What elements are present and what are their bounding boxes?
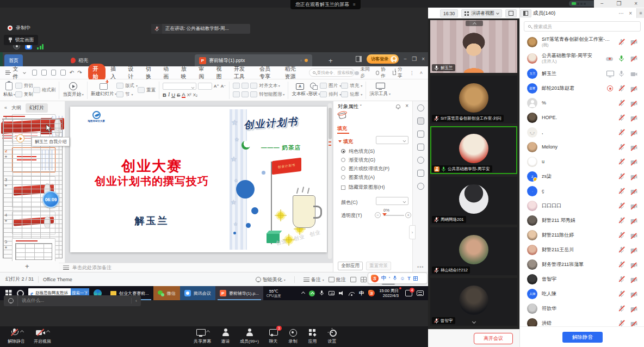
mic-icon[interactable]: [618, 320, 624, 326]
print-icon[interactable]: [51, 70, 57, 76]
camera-icon[interactable]: [630, 262, 637, 268]
more-icon[interactable]: •••: [417, 264, 424, 270]
fill-option-radio[interactable]: 渐变填充(G): [341, 156, 412, 164]
export-icon[interactable]: [41, 70, 47, 76]
unmute-button[interactable]: 解除静音: [562, 332, 603, 343]
fill-option-radio[interactable]: 图片或纹理填充(P): [341, 164, 412, 173]
view-mode-selector[interactable]: 演讲者视图: [461, 9, 502, 17]
member-row[interactable]: · ҫ: [520, 184, 644, 199]
sync-status[interactable]: 未同步: [355, 66, 370, 79]
toolbar-button[interactable]: 邀请: [220, 328, 231, 344]
member-row[interactable]: 曾智宇: [520, 272, 644, 287]
to-smart-graphic-button[interactable]: 转智能图形 ▾: [259, 91, 284, 98]
camera-icon[interactable]: [630, 233, 637, 238]
sogou-tray-icon[interactable]: S: [368, 290, 375, 296]
camera-icon[interactable]: [630, 174, 637, 179]
picture-button[interactable]: 图片▾: [320, 83, 341, 89]
ime-mode-icon[interactable]: 中: [381, 275, 386, 282]
mic-icon[interactable]: [618, 144, 624, 151]
mic-icon[interactable]: [618, 100, 624, 107]
expand-strip-button[interactable]: ›: [409, 225, 416, 239]
toolbar-button[interactable]: 成员(99+): [240, 328, 259, 344]
camera-icon[interactable]: [630, 71, 637, 77]
font-size-select[interactable]: [198, 83, 212, 90]
line-spacing-icon[interactable]: [250, 91, 257, 97]
redo-icon[interactable]: ↷: [77, 70, 82, 76]
camera-icon[interactable]: [630, 115, 637, 121]
number-list-icon[interactable]: [242, 83, 249, 89]
font-family-select[interactable]: [163, 83, 196, 90]
format-painter-button[interactable]: 格式刷: [33, 87, 56, 94]
comment-tray-icon[interactable]: [417, 290, 424, 296]
toolbar-button[interactable]: 应用: [307, 328, 318, 344]
member-row[interactable]: 赵君 邮轮201陈赵君: [520, 81, 644, 96]
voice-input-icon[interactable]: [393, 275, 397, 282]
present-tools-button[interactable]: 演示工具 ▾: [369, 83, 391, 97]
emoji-icon[interactable]: [4, 295, 18, 306]
canvas-scrollbar[interactable]: [328, 103, 332, 259]
underline-button[interactable]: U: [171, 92, 175, 98]
chevron-down-icon[interactable]: [465, 319, 482, 325]
fill-option-radio[interactable]: 图案填充(A): [341, 173, 412, 182]
member-row[interactable]: •‿• ,: [520, 125, 644, 140]
video-tile[interactable]: 公共基础教学部-周芊安: [430, 126, 517, 174]
notes-bar[interactable]: 单击此处添加备注: [59, 263, 333, 272]
align-left-icon[interactable]: [233, 91, 240, 97]
bold-button[interactable]: B: [163, 92, 166, 98]
video-tile[interactable]: SIT落笔青春创新创业工作室-刘问: [430, 76, 517, 123]
quick-chat-bar[interactable]: 说点什么... ‹: [4, 295, 141, 306]
transparency-slider[interactable]: [383, 215, 404, 216]
chevron-up-icon[interactable]: [206, 330, 210, 334]
apply-all-button[interactable]: 全部应用: [338, 262, 363, 270]
font-color-button[interactable]: A: [182, 92, 185, 98]
mic-icon[interactable]: [618, 232, 624, 239]
mic-icon[interactable]: [618, 217, 624, 224]
italic-button[interactable]: I: [168, 92, 170, 97]
camera-icon[interactable]: [630, 277, 637, 282]
fill-section-label[interactable]: 填充: [339, 138, 353, 145]
normal-view-icon[interactable]: [350, 277, 356, 282]
camera-icon[interactable]: [630, 247, 637, 253]
wifi-icon[interactable]: [349, 291, 355, 296]
tab-outline[interactable]: 大纲: [11, 104, 21, 111]
align-center-icon[interactable]: [242, 91, 249, 97]
member-row[interactable]: 财管211陈仕婷: [520, 228, 644, 243]
slide[interactable]: 海南省创业大赛 创业大赛 创业计划书的撰写技巧 解玉兰 ★ ★ ★ ★ ★ ★ …: [70, 107, 327, 252]
wps-minimize-button[interactable]: −: [404, 56, 407, 62]
camera-tray-icon[interactable]: [329, 291, 335, 295]
toolbar-button[interactable]: 开启视频: [34, 328, 51, 344]
member-row[interactable]: 财务管理211班蒲單: [520, 257, 644, 272]
taskbar-app-wechat[interactable]: 微信: [153, 286, 180, 300]
file-menu[interactable]: 文件: [13, 65, 22, 80]
mic-icon[interactable]: [618, 246, 624, 253]
increase-button[interactable]: +: [405, 212, 411, 218]
minimize-button[interactable]: −: [600, 1, 604, 7]
camera-icon[interactable]: [630, 130, 637, 135]
new-slide-button[interactable]: 新建幻灯片 ▾: [91, 83, 116, 97]
fill-type-dropdown[interactable]: [376, 136, 408, 144]
guest-login-button[interactable]: 访客登录: [367, 54, 399, 64]
indent-icon[interactable]: [250, 83, 257, 89]
copy-button[interactable]: 复制: [15, 91, 33, 98]
play-from-page-button[interactable]: 当页开始 ▾: [63, 82, 84, 98]
video-tile[interactable]: 周峭网络201: [430, 177, 517, 225]
fill-option-radio[interactable]: 纯色填充(S): [341, 147, 412, 156]
mic-icon[interactable]: [618, 261, 624, 268]
camera-icon[interactable]: [630, 159, 637, 165]
style-tool-icon[interactable]: [417, 104, 424, 111]
camera-icon[interactable]: [630, 39, 637, 45]
member-row[interactable]: 财管211王岳川: [520, 243, 644, 257]
paste-button[interactable]: 粘贴 ▾: [3, 82, 15, 98]
volume-icon[interactable]: [339, 291, 344, 296]
video-tile[interactable]: 曾智宇: [430, 278, 517, 326]
hide-background-checkbox[interactable]: 隐藏背景图形(H): [341, 184, 385, 191]
slide-preview[interactable]: [12, 238, 55, 261]
mic-icon[interactable]: [618, 305, 624, 312]
fullscreen-button[interactable]: [505, 9, 517, 17]
emoji-panel-icon[interactable]: ☺: [400, 276, 405, 281]
sogou-logo-icon[interactable]: S: [371, 275, 379, 282]
taskbar-clock[interactable]: 15:00 周日 2022/4/3: [379, 288, 401, 299]
chevron-up-icon[interactable]: [20, 330, 24, 334]
close-panel-icon[interactable]: ×: [629, 10, 632, 16]
bullet-list-icon[interactable]: [233, 83, 240, 89]
